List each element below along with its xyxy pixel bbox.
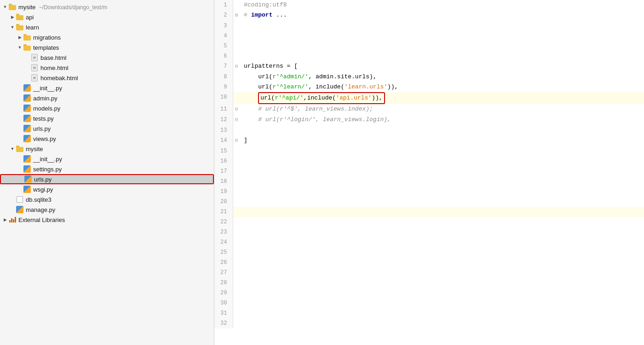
fold-gutter[interactable] xyxy=(233,197,240,207)
fold-gutter[interactable]: ⊞ xyxy=(233,10,240,21)
fold-gutter[interactable] xyxy=(233,146,240,156)
code-text[interactable]: urlpatterns = [ xyxy=(240,61,644,72)
folder-icon xyxy=(8,3,17,11)
fold-gutter[interactable] xyxy=(233,288,240,298)
tree-item-learn-urls[interactable]: urls.py xyxy=(0,123,214,134)
code-text[interactable] xyxy=(240,156,644,166)
fold-gutter[interactable] xyxy=(233,82,240,92)
tree-item-manage-py[interactable]: manage.py xyxy=(0,205,214,215)
code-text[interactable] xyxy=(240,51,644,61)
fold-gutter[interactable] xyxy=(233,31,240,41)
fold-gutter[interactable] xyxy=(233,166,240,176)
code-text[interactable] xyxy=(240,187,644,197)
fold-gutter[interactable] xyxy=(233,318,240,328)
fold-gutter[interactable]: ⊟ xyxy=(233,61,240,72)
tree-item-templates[interactable]: templates xyxy=(0,42,214,53)
code-text[interactable] xyxy=(240,278,644,288)
code-text[interactable] xyxy=(240,227,644,237)
tree-item-homebak-html[interactable]: H homebak.html xyxy=(0,73,214,83)
fold-gutter[interactable] xyxy=(233,298,240,308)
fold-gutter[interactable] xyxy=(233,257,240,268)
fold-gutter[interactable] xyxy=(233,207,240,217)
fold-gutter[interactable] xyxy=(233,156,240,166)
line-number: 16 xyxy=(214,156,233,166)
code-text[interactable] xyxy=(240,217,644,227)
tree-item-learn[interactable]: learn xyxy=(0,22,214,32)
code-text[interactable] xyxy=(240,166,644,176)
fold-gutter[interactable] xyxy=(233,187,240,197)
code-text[interactable] xyxy=(240,207,644,217)
fold-gutter[interactable] xyxy=(233,176,240,187)
tree-item-mysite-root[interactable]: mysite ~/Downloads/django_test/m xyxy=(0,2,214,12)
tree-item-mysite-wsgi[interactable]: wsgi.py xyxy=(0,184,214,194)
code-text[interactable] xyxy=(240,288,644,298)
line-number: 6 xyxy=(214,51,233,61)
code-text[interactable] xyxy=(240,318,644,328)
fold-gutter[interactable] xyxy=(233,92,240,104)
code-text[interactable]: # url(r'^login/', learn_views.login), xyxy=(240,115,644,125)
fold-gutter[interactable] xyxy=(233,41,240,51)
code-text[interactable] xyxy=(240,176,644,187)
code-text[interactable] xyxy=(240,21,644,31)
code-text[interactable]: url(r'^admin/', admin.site.urls), xyxy=(240,72,644,82)
tree-item-mysite-inner[interactable]: mysite xyxy=(0,144,214,154)
tree-item-mysite-settings[interactable]: settings.py xyxy=(0,164,214,174)
code-text[interactable] xyxy=(240,31,644,41)
tree-item-external-libs[interactable]: External Libraries xyxy=(0,215,214,225)
tree-item-learn-models[interactable]: models.py xyxy=(0,103,214,113)
code-text[interactable]: url(r'^api/',include('api.urls')), xyxy=(240,92,644,104)
fold-gutter[interactable] xyxy=(233,247,240,257)
tree-item-learn-init[interactable]: __init__.py xyxy=(0,83,214,93)
code-line: 15 xyxy=(214,146,644,156)
code-text[interactable] xyxy=(240,247,644,257)
code-line: 26 xyxy=(214,257,644,268)
tree-item-mysite-init[interactable]: __init__.py xyxy=(0,154,214,164)
fold-gutter[interactable]: ⊟ xyxy=(233,115,240,125)
fold-gutter[interactable]: ⊟ xyxy=(233,104,240,115)
line-number: 5 xyxy=(214,41,233,51)
fold-gutter[interactable] xyxy=(233,72,240,82)
code-text[interactable]: #coding:utf8 xyxy=(240,0,644,10)
fold-gutter[interactable] xyxy=(233,268,240,278)
code-text[interactable] xyxy=(240,308,644,318)
tree-item-learn-tests[interactable]: tests.py xyxy=(0,113,214,123)
fold-gutter[interactable] xyxy=(233,21,240,31)
code-text[interactable] xyxy=(240,268,644,278)
tree-item-base-html[interactable]: H base.html xyxy=(0,53,214,63)
folder-icon xyxy=(23,34,31,41)
line-number: 10 xyxy=(214,92,233,104)
code-line: 30 xyxy=(214,298,644,308)
code-text[interactable]: ] xyxy=(240,135,644,146)
fold-gutter[interactable] xyxy=(233,227,240,237)
fold-gutter[interactable] xyxy=(233,51,240,61)
fold-gutter[interactable] xyxy=(233,278,240,288)
code-text[interactable]: ⊕ import ... xyxy=(240,10,644,21)
fold-gutter[interactable] xyxy=(233,308,240,318)
code-text[interactable] xyxy=(240,146,644,156)
tree-item-learn-admin[interactable]: admin.py xyxy=(0,93,214,103)
tree-item-api[interactable]: api xyxy=(0,12,214,22)
code-text[interactable] xyxy=(240,257,644,268)
tree-item-migrations[interactable]: migrations xyxy=(0,32,214,42)
db-file-icon xyxy=(16,196,24,203)
fold-gutter[interactable]: ⊟ xyxy=(233,135,240,146)
code-text[interactable] xyxy=(240,125,644,135)
python-file-icon xyxy=(24,175,32,183)
fold-gutter[interactable] xyxy=(233,217,240,227)
tree-item-home-html[interactable]: H home.html xyxy=(0,63,214,73)
code-text[interactable] xyxy=(240,41,644,51)
fold-gutter[interactable] xyxy=(233,0,240,10)
tree-item-db-sqlite[interactable]: db.sqlite3 xyxy=(0,194,214,205)
tree-item-learn-views[interactable]: views.py xyxy=(0,134,214,144)
code-text[interactable] xyxy=(240,298,644,308)
code-text[interactable]: url(r'^learn/', include('learn.urls')), xyxy=(240,82,644,92)
code-text[interactable] xyxy=(240,197,644,207)
code-line: 3 xyxy=(214,21,644,31)
tree-item-mysite-urls[interactable]: urls.py xyxy=(0,174,214,184)
code-text[interactable]: # url(r'^$', learn_views.index); xyxy=(240,104,644,115)
fold-gutter[interactable] xyxy=(233,125,240,135)
code-line: 24 xyxy=(214,237,644,247)
tree-label: External Libraries xyxy=(18,216,65,223)
code-text[interactable] xyxy=(240,237,644,247)
fold-gutter[interactable] xyxy=(233,237,240,247)
